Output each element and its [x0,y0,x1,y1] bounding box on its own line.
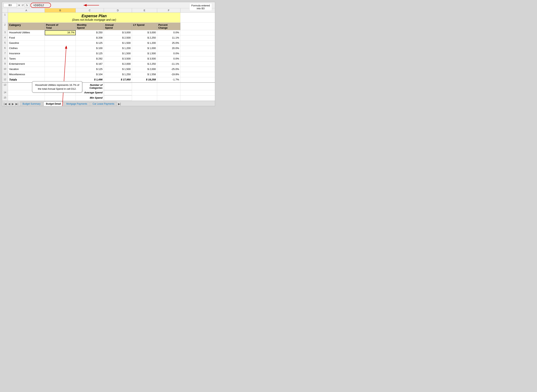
ly-7[interactable]: $ 1,500 [132,51,157,56]
monthly-6[interactable]: $ 100 [76,46,104,51]
ly-9[interactable]: $ 2,250 [132,62,157,67]
pct-change-10[interactable]: -25.0% [157,67,180,72]
annual-3[interactable]: $ 3,000 [104,30,132,35]
tab-navigation[interactable]: |◀ ◀ ▶ ▶| [3,102,19,106]
category-6[interactable]: Clothes [8,46,45,51]
tab-budget-detail[interactable]: Budget Detail [43,102,63,106]
dropdown-arrow[interactable]: ▼ [18,4,20,6]
annual-11[interactable]: $ 1,250 [104,72,132,77]
monthly-8[interactable]: $ 292 [76,56,104,61]
header-category: Category [8,23,45,30]
cell-reference-box[interactable]: B3 [3,3,17,7]
monthly-11[interactable]: $ 104 [76,72,104,77]
ly-11[interactable]: $ 1,558 [132,72,157,77]
annotation-box: Household Utilities represents 16.7% of … [32,81,82,93]
tab-car-lease-payments[interactable]: Car Lease Payments [90,102,117,106]
percent-4[interactable] [45,35,76,41]
category-9[interactable]: Entertainment [8,62,45,67]
monthly-9[interactable]: $ 167 [76,62,104,67]
row-num-12: 12 [2,77,8,82]
tab-scroll-right[interactable]: ▶| [118,102,121,105]
percent-9[interactable] [45,62,76,67]
pct-change-7[interactable]: 0.0% [157,51,180,56]
tab-nav-first[interactable]: |◀ [3,102,7,106]
col-header-c[interactable]: C [76,8,104,12]
monthly-5[interactable]: $ 125 [76,41,104,46]
col-header-f[interactable]: F [157,8,180,12]
pct-change-5[interactable]: 25.0% [157,41,180,46]
row15-e [132,96,157,101]
ly-3[interactable]: $ 3,000 [132,30,157,35]
ly-5[interactable]: $ 1,200 [132,41,157,46]
pct-change-6[interactable]: 20.0% [157,46,180,51]
row-num-15: 15 [2,96,8,101]
ly-10[interactable]: $ 2,000 [132,67,157,72]
percent-11[interactable] [45,72,76,77]
monthly-4[interactable]: $ 208 [76,35,104,41]
row-num-13: 13 [2,83,8,90]
row-num-5: 5 [2,41,8,46]
percent-6[interactable] [45,46,76,51]
col-header-a[interactable]: A [8,8,45,12]
pct-change-3[interactable]: 0.0% [157,30,180,35]
col-header-d[interactable]: D [104,8,132,12]
ly-4[interactable]: $ 2,250 [132,35,157,41]
row13-d[interactable] [104,83,132,90]
annual-4[interactable]: $ 2,500 [104,35,132,41]
row15-d[interactable] [104,96,132,101]
category-7[interactable]: Insurance [8,51,45,56]
percent-10[interactable] [45,67,76,72]
category-5[interactable]: Gasoline [8,41,45,46]
col-header-e[interactable]: E [132,8,157,12]
tab-nav-next[interactable]: ▶ [11,102,14,106]
row15-f [157,96,180,101]
pct-change-8[interactable]: 0.0% [157,56,180,61]
row-num-14: 14 [2,90,8,95]
row-num-1: 1 [2,13,8,23]
monthly-7[interactable]: $ 125 [76,51,104,56]
data-row-4: 4 Food $ 208 $ 2,500 $ 2,250 11.1% [2,35,215,41]
annual-8[interactable]: $ 3,500 [104,56,132,61]
percent-3[interactable]: 16.7% [45,30,76,35]
undo-button[interactable]: ↺ [22,4,24,7]
header-percent-change: PercentChange [157,23,180,30]
category-4[interactable]: Food [8,35,45,41]
formula-arrow-svg [62,2,101,8]
sheet-tabs: |◀ ◀ ▶ ▶| Budget Summary Budget Detail M… [2,101,215,106]
row14-d[interactable] [104,90,132,95]
row-num-8: 8 [2,56,8,61]
tab-nav-last[interactable]: ▶| [15,102,19,106]
percent-7[interactable] [45,51,76,56]
tab-mortgage-payments[interactable]: Mortgage Payments [64,102,89,106]
annual-10[interactable]: $ 1,500 [104,67,132,72]
ly-8[interactable]: $ 3,500 [132,56,157,61]
pct-change-4[interactable]: 11.1% [157,35,180,41]
col-header-b[interactable]: B [45,8,76,12]
row15-b [45,96,76,101]
ly-6[interactable]: $ 1,000 [132,46,157,51]
monthly-3[interactable]: $ 250 [76,30,104,35]
row15-c: Min Spend [76,96,104,101]
tab-budget-summary[interactable]: Budget Summary [20,102,43,106]
category-3[interactable]: Household Utilities [8,30,45,35]
row14-f [157,90,180,95]
header-monthly-spend: MonthlySpend [76,23,104,30]
monthly-10[interactable]: $ 125 [76,67,104,72]
annual-7[interactable]: $ 1,500 [104,51,132,56]
row-num-7: 7 [2,51,8,56]
category-8[interactable]: Taxes [8,56,45,61]
percent-5[interactable] [45,41,76,46]
percent-8[interactable] [45,56,76,61]
row-num-10: 10 [2,67,8,72]
pct-change-11[interactable]: -19.8% [157,72,180,77]
pct-change-9[interactable]: -11.1% [157,62,180,67]
annual-5[interactable]: $ 1,500 [104,41,132,46]
formula-input[interactable] [32,3,49,7]
tab-nav-prev[interactable]: ◀ [8,102,11,106]
row-15: 15 Min Spend [2,96,215,101]
category-11[interactable]: Miscellaneous [8,72,45,77]
annual-9[interactable]: $ 2,000 [104,62,132,67]
annual-6[interactable]: $ 1,200 [104,46,132,51]
title-main: Expense Plan [9,14,179,18]
category-10[interactable]: Vacation [8,67,45,72]
